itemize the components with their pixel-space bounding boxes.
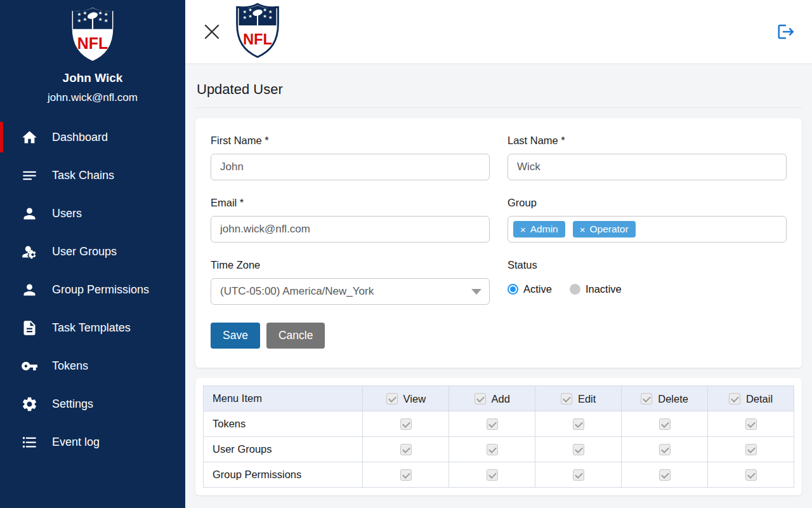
sidebar-item-dashboard[interactable]: Dashboard (0, 118, 185, 156)
checkbox-icon[interactable] (641, 393, 652, 404)
user-form-card: First Name * Last Name * Email * Group ×… (195, 118, 802, 368)
timezone-value: (UTC-05:00) America/New_York (220, 285, 374, 298)
save-button[interactable]: Save (211, 323, 260, 349)
checkbox-icon[interactable] (487, 444, 498, 455)
svg-text:NFL: NFL (77, 34, 108, 52)
sidebar-item-event-log[interactable]: Event log (0, 423, 185, 461)
permission-cell (363, 411, 449, 437)
key-icon (21, 358, 38, 375)
sidebar-item-label: Event log (52, 436, 100, 449)
checkbox-icon[interactable] (487, 418, 498, 430)
checkbox-icon[interactable] (659, 444, 671, 455)
gear-icon (21, 396, 38, 413)
status-radio-active[interactable]: Active (508, 283, 552, 295)
remove-tag-icon[interactable]: × (520, 224, 526, 235)
group-tag[interactable]: ×Operator (573, 221, 636, 237)
svg-text:★: ★ (104, 11, 108, 17)
column-header-view: View (363, 386, 449, 411)
group-tag-label: Operator (589, 224, 628, 235)
checkbox-icon[interactable] (573, 469, 584, 481)
svg-text:NFL: NFL (243, 30, 272, 48)
user-group-gear-icon (21, 243, 38, 260)
group-field: Group ×Admin×Operator (508, 197, 787, 243)
svg-text:★: ★ (248, 13, 252, 19)
sidebar: ★ ★ ★ ★ ★ ★ ★ ★ NFL John Wick john.wick@… (0, 0, 185, 508)
checkbox-icon[interactable] (386, 393, 398, 404)
event-log-icon (21, 434, 38, 451)
sidebar-item-label: Group Permissions (52, 283, 149, 297)
sidebar-item-group-permissions[interactable]: Group Permissions (0, 271, 185, 309)
last-name-input[interactable] (508, 154, 787, 180)
sidebar-item-task-templates[interactable]: Task Templates (0, 309, 185, 347)
menu-item-cell: Tokens (204, 411, 363, 437)
checkbox-icon[interactable] (729, 393, 740, 404)
checkbox-icon[interactable] (659, 469, 671, 481)
status-inactive-label: Inactive (586, 283, 622, 295)
topbar: ★ ★ ★ ★ ★ ★ ★ ★ NFL (185, 0, 812, 64)
email-input[interactable] (211, 216, 490, 243)
checkbox-icon[interactable] (475, 393, 486, 404)
group-input[interactable]: ×Admin×Operator (508, 216, 787, 243)
svg-text:★: ★ (83, 17, 88, 22)
checkbox-icon[interactable] (400, 469, 412, 481)
checkbox-icon[interactable] (561, 393, 572, 404)
first-name-input[interactable] (211, 154, 490, 180)
document-icon (21, 319, 38, 337)
status-field: Status Active Inactive (508, 259, 787, 305)
remove-tag-icon[interactable]: × (580, 224, 586, 235)
column-header-label: Delete (658, 393, 688, 405)
page-content: Updated User First Name * Last Name * Em… (185, 64, 812, 508)
checkbox-icon[interactable] (573, 418, 584, 430)
timezone-field: Time Zone (UTC-05:00) America/New_York (211, 259, 490, 305)
table-row: Group Permissions (204, 462, 794, 488)
sidebar-item-tokens[interactable]: Tokens (0, 347, 185, 385)
column-header-add: Add (449, 386, 535, 411)
main-area: ★ ★ ★ ★ ★ ★ ★ ★ NFL Updated User First N… (185, 0, 812, 508)
sidebar-item-label: Users (52, 207, 82, 220)
group-label: Group (508, 197, 787, 209)
sidebar-item-user-groups[interactable]: User Groups (0, 232, 185, 271)
logout-icon[interactable] (776, 22, 796, 41)
cancel-button[interactable]: Cancle (266, 323, 325, 349)
svg-text:★: ★ (83, 10, 88, 16)
svg-text:★: ★ (77, 18, 82, 23)
checkbox-icon[interactable] (745, 418, 757, 430)
user-permissions-icon (21, 281, 38, 298)
status-radio-group: Active Inactive (508, 283, 787, 295)
last-name-label: Last Name * (508, 135, 787, 147)
nfl-logo: ★ ★ ★ ★ ★ ★ ★ ★ NFL (69, 5, 117, 66)
checkbox-icon[interactable] (573, 444, 584, 455)
permission-cell (708, 411, 794, 437)
checkbox-icon[interactable] (745, 469, 757, 481)
column-header-label: Edit (578, 393, 596, 405)
svg-text:★: ★ (98, 10, 103, 16)
status-radio-inactive[interactable]: Inactive (570, 283, 622, 295)
permission-cell (363, 437, 449, 462)
group-tag[interactable]: ×Admin (513, 221, 565, 237)
sidebar-item-task-chains[interactable]: Task Chains (0, 156, 185, 194)
close-icon[interactable] (202, 22, 222, 42)
svg-text:★: ★ (263, 13, 266, 19)
checkbox-icon[interactable] (487, 469, 498, 481)
svg-text:★: ★ (243, 15, 247, 20)
nfl-logo-topbar: ★ ★ ★ ★ ★ ★ ★ ★ NFL (231, 3, 280, 61)
checkbox-icon[interactable] (400, 444, 412, 455)
checkbox-icon[interactable] (400, 418, 412, 430)
sidebar-item-users[interactable]: Users (0, 194, 185, 232)
user-icon (21, 205, 38, 222)
permission-cell (535, 411, 622, 437)
sidebar-menu: DashboardTask ChainsUsersUser GroupsGrou… (0, 118, 185, 461)
sidebar-item-label: Task Chains (52, 169, 114, 182)
svg-text:★: ★ (268, 9, 272, 15)
sidebar-item-settings[interactable]: Settings (0, 385, 185, 423)
column-header-label: Add (492, 393, 510, 405)
radio-unchecked-icon (570, 284, 580, 295)
status-label: Status (508, 259, 787, 271)
timezone-select[interactable]: (UTC-05:00) America/New_York (211, 278, 490, 305)
table-row: User Groups (204, 437, 794, 462)
column-header-menu-item: Menu Item (204, 386, 363, 411)
checkbox-icon[interactable] (745, 444, 757, 455)
checkbox-icon[interactable] (659, 418, 671, 430)
menu-item-cell: User Groups (204, 437, 363, 462)
first-name-field: First Name * (211, 135, 490, 180)
